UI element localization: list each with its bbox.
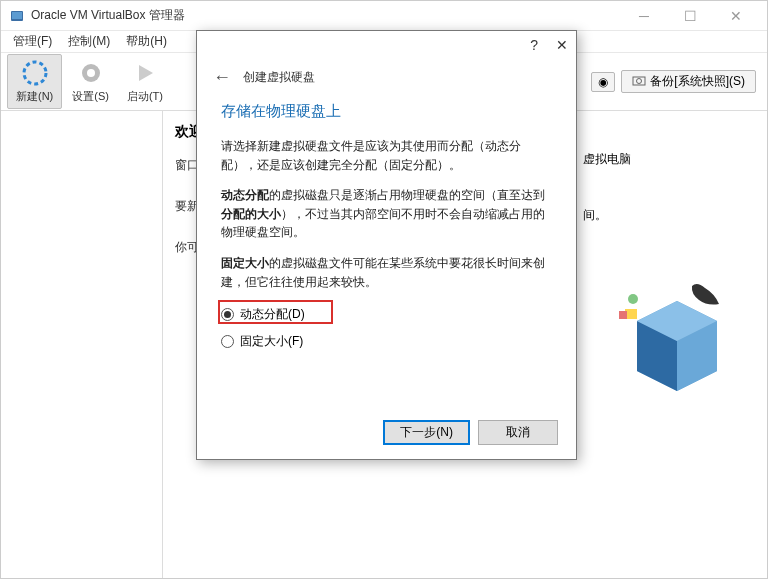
p2-bold1: 动态分配 xyxy=(221,188,269,202)
text-behind-1: 虚拟电脑 xyxy=(583,151,631,168)
para-1: 请选择新建虚拟硬盘文件是应该为其使用而分配（动态分配），还是应该创建完全分配（固… xyxy=(221,137,552,174)
svg-point-6 xyxy=(637,79,642,84)
dialog-close-button[interactable]: ✕ xyxy=(556,37,568,53)
start-label: 启动(T) xyxy=(127,89,163,104)
new-button[interactable]: 新建(N) xyxy=(7,54,62,109)
section-title: 存储在物理硬盘上 xyxy=(221,102,552,121)
p2-bold2: 分配的大小 xyxy=(221,207,281,221)
svg-point-4 xyxy=(87,69,95,77)
back-arrow-icon[interactable]: ← xyxy=(213,67,231,88)
right-toolbar: ◉ 备份[系统快照](S) xyxy=(591,70,756,93)
settings-label: 设置(S) xyxy=(72,89,109,104)
new-label: 新建(N) xyxy=(16,89,53,104)
virtualbox-logo xyxy=(617,281,737,401)
cancel-button[interactable]: 取消 xyxy=(478,420,558,445)
menu-help[interactable]: 帮助(H) xyxy=(118,33,175,50)
dialog-header: ← 创建虚拟硬盘 xyxy=(197,59,576,102)
dialog-body: 存储在物理硬盘上 请选择新建虚拟硬盘文件是应该为其使用而分配（动态分配），还是应… xyxy=(197,102,576,353)
gear-icon xyxy=(77,59,105,87)
radio-fixed[interactable]: 固定大小(F) xyxy=(221,330,552,353)
para-2: 动态分配的虚拟磁盘只是逐渐占用物理硬盘的空间（直至达到分配的大小），不过当其内部… xyxy=(221,186,552,242)
menu-manage[interactable]: 管理(F) xyxy=(5,33,60,50)
svg-point-9 xyxy=(628,294,638,304)
p3-text: 的虚拟磁盘文件可能在某些系统中要花很长时间来创建，但它往往使用起来较快。 xyxy=(221,256,545,289)
p3-bold: 固定大小 xyxy=(221,256,269,270)
window-controls: ─ ☐ ✕ xyxy=(621,1,759,31)
create-disk-dialog: ? ✕ ← 创建虚拟硬盘 存储在物理硬盘上 请选择新建虚拟硬盘文件是应该为其使用… xyxy=(196,30,577,460)
highlight-box xyxy=(218,300,333,324)
snapshot-button[interactable]: 备份[系统快照](S) xyxy=(621,70,756,93)
p2-text1: 的虚拟磁盘只是逐渐占用物理硬盘的空间（直至达到 xyxy=(269,188,545,202)
minimize-button[interactable]: ─ xyxy=(621,1,667,31)
para-3: 固定大小的虚拟磁盘文件可能在某些系统中要花很长时间来创建，但它往往使用起来较快。 xyxy=(221,254,552,291)
snapshot-label: 备份[系统快照](S) xyxy=(650,73,745,90)
detail-button[interactable]: ◉ xyxy=(591,72,615,92)
detail-icon: ◉ xyxy=(598,75,608,89)
camera-icon xyxy=(632,74,646,89)
svg-rect-8 xyxy=(619,311,627,319)
new-icon xyxy=(21,59,49,87)
dialog-title: 创建虚拟硬盘 xyxy=(243,69,315,86)
text-behind-2: 间。 xyxy=(583,207,607,224)
close-button[interactable]: ✕ xyxy=(713,1,759,31)
menu-control[interactable]: 控制(M) xyxy=(60,33,118,50)
vm-list-sidebar xyxy=(1,111,163,578)
radio-group: 动态分配(D) 固定大小(F) xyxy=(221,303,552,353)
radio-fixed-label: 固定大小(F) xyxy=(240,333,303,350)
window-title: Oracle VM VirtualBox 管理器 xyxy=(31,7,621,24)
svg-point-2 xyxy=(24,62,46,84)
maximize-button[interactable]: ☐ xyxy=(667,1,713,31)
dialog-footer: 下一步(N) 取消 xyxy=(383,420,558,445)
start-icon xyxy=(131,59,159,87)
start-button[interactable]: 启动(T) xyxy=(119,55,171,108)
radio-unchecked-icon xyxy=(221,335,234,348)
titlebar: Oracle VM VirtualBox 管理器 ─ ☐ ✕ xyxy=(1,1,767,31)
dialog-titlebar: ? ✕ xyxy=(197,31,576,59)
app-icon xyxy=(9,8,25,24)
svg-rect-1 xyxy=(12,12,22,19)
settings-button[interactable]: 设置(S) xyxy=(64,55,117,108)
dialog-help-button[interactable]: ? xyxy=(530,37,538,53)
next-button[interactable]: 下一步(N) xyxy=(383,420,470,445)
